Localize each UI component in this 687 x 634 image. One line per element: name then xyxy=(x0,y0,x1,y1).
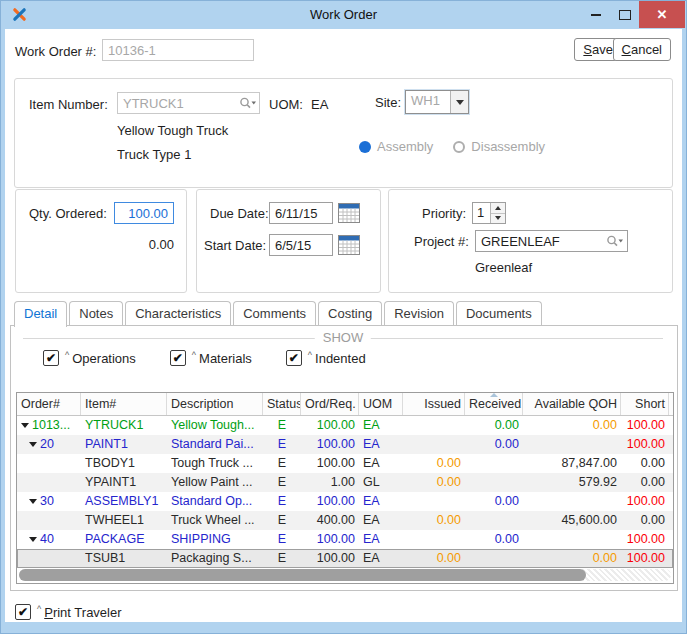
show-checkboxes: ✔^Operations✔^Materials✔^Indented xyxy=(43,350,366,366)
project-search-icon[interactable] xyxy=(605,234,627,248)
cell-value: 0.00 xyxy=(495,418,519,432)
cell-value: 400.00 xyxy=(317,513,355,527)
table-row[interactable]: 30ASSEMBLY1Standard Op...E100.00EA0.0010… xyxy=(17,492,673,511)
cell-value: EA xyxy=(363,513,380,527)
tab-bar: DetailNotesCharacteristicsCommentsCostin… xyxy=(14,301,542,325)
expand-collapse-icon[interactable] xyxy=(21,423,29,428)
tab-revision[interactable]: Revision xyxy=(384,301,454,325)
column-header-uom[interactable]: UOM xyxy=(359,393,403,415)
cell-value: Yellow Tough... xyxy=(171,418,254,432)
maximize-icon xyxy=(619,10,631,20)
cell-value: 40 xyxy=(40,532,54,546)
horizontal-scrollbar[interactable] xyxy=(19,569,671,581)
cell-available-qoh: 45,600.00 xyxy=(523,511,621,530)
column-header-received[interactable]: Received xyxy=(465,393,523,415)
table-row[interactable]: 40PACKAGESHIPPINGE100.00EA0.00100.00 xyxy=(17,530,673,549)
qty-ordered-input[interactable] xyxy=(114,202,174,224)
calendar-icon xyxy=(338,235,360,255)
table-row[interactable]: TSUB1Packaging S...E100.00EA0.000.00100.… xyxy=(17,549,673,568)
cell-ord-req: 100.00 xyxy=(301,530,359,549)
minimize-button[interactable] xyxy=(581,1,610,28)
cell-item: ASSEMBLY1 xyxy=(81,492,167,511)
print-traveler-checkbox[interactable]: ✔ xyxy=(15,604,31,620)
priority-spinner[interactable]: 1 xyxy=(472,202,506,224)
cell-issued: 0.00 xyxy=(403,511,465,530)
cell-item: TWHEEL1 xyxy=(81,511,167,530)
table-row[interactable]: 1013...YTRUCK1Yellow Tough...E100.00EA0.… xyxy=(17,416,673,435)
table-body: 1013...YTRUCK1Yellow Tough...E100.00EA0.… xyxy=(17,416,673,568)
close-button[interactable]: ✕ xyxy=(639,1,685,28)
column-header-item[interactable]: Item# xyxy=(81,393,167,415)
spin-down-button[interactable] xyxy=(491,213,505,224)
cell-value: 0.00 xyxy=(593,551,617,565)
tab-notes[interactable]: Notes xyxy=(69,301,123,325)
table-row[interactable]: YPAINT1Yellow Paint ...E1.00GL0.00579.92… xyxy=(17,473,673,492)
show-operations-checkbox[interactable]: ✔ xyxy=(43,350,59,366)
assembly-radio[interactable] xyxy=(359,141,371,153)
item-search-icon[interactable] xyxy=(238,96,259,110)
column-header-description[interactable]: Description xyxy=(167,393,263,415)
work-order-window: Work Order ✕ Work Order #: Save Cancel I… xyxy=(0,0,687,634)
cell-short: 100.00 xyxy=(621,492,669,511)
cancel-button[interactable]: Cancel xyxy=(613,38,671,61)
cell-value: 100.00 xyxy=(627,532,665,546)
project-number-input[interactable]: GREENLEAF xyxy=(475,230,628,252)
maximize-button[interactable] xyxy=(610,1,639,28)
cell-status: E xyxy=(263,549,301,568)
work-order-number-input[interactable] xyxy=(102,39,254,61)
cell-value: EA xyxy=(363,532,380,546)
cell-value: TBODY1 xyxy=(85,456,135,470)
tab-documents[interactable]: Documents xyxy=(456,301,542,325)
start-date-input[interactable] xyxy=(269,234,333,256)
column-header-label: Ord/Req. xyxy=(305,397,356,411)
disassembly-radio[interactable] xyxy=(453,141,465,153)
cell-value: 100.00 xyxy=(627,437,665,451)
column-header-order[interactable]: Order# xyxy=(17,393,81,415)
column-header-short[interactable]: Short xyxy=(621,393,669,415)
tab-costing[interactable]: Costing xyxy=(318,301,382,325)
chevron-down-icon[interactable] xyxy=(450,91,468,113)
column-header-label: Description xyxy=(171,397,234,411)
show-materials-checkbox[interactable]: ✔ xyxy=(170,350,186,366)
expand-collapse-icon[interactable] xyxy=(29,537,37,542)
tab-detail[interactable]: Detail xyxy=(14,301,67,327)
cell-status: E xyxy=(263,530,301,549)
cell-value: EA xyxy=(363,418,380,432)
due-date-calendar-button[interactable] xyxy=(338,203,360,223)
item-description-line2: Truck Type 1 xyxy=(117,147,191,162)
show-indented-checkbox[interactable]: ✔ xyxy=(286,350,302,366)
tab-comments[interactable]: Comments xyxy=(233,301,316,325)
hotkey-caret-icon: ^ xyxy=(308,350,312,360)
column-header-available-qoh[interactable]: Available QOH xyxy=(523,393,621,415)
cell-uom: GL xyxy=(359,473,403,492)
scrollbar-thumb[interactable] xyxy=(19,569,586,581)
cell-status: E xyxy=(263,435,301,454)
tab-characteristics[interactable]: Characteristics xyxy=(125,301,231,325)
due-date-input[interactable] xyxy=(269,202,333,224)
site-combobox[interactable]: WH1 xyxy=(405,90,469,114)
expand-collapse-icon[interactable] xyxy=(29,442,37,447)
table-row[interactable]: TWHEEL1Truck Wheel ...E400.00EA0.0045,60… xyxy=(17,511,673,530)
cell-value: E xyxy=(278,418,286,432)
column-header-status[interactable]: Status xyxy=(263,393,301,415)
cell-order: 40 xyxy=(17,530,81,549)
column-header-ord-req[interactable]: Ord/Req. xyxy=(301,393,359,415)
titlebar[interactable]: Work Order ✕ xyxy=(1,1,686,29)
expand-collapse-icon[interactable] xyxy=(29,499,37,504)
spin-up-button[interactable] xyxy=(491,203,505,213)
cell-value: 0.00 xyxy=(437,456,461,470)
wo-items-table[interactable]: Order#Item#DescriptionStatusOrd/Req.UOMI… xyxy=(16,392,674,584)
cell-value: 1013... xyxy=(32,418,70,432)
item-number-input[interactable]: YTRUCK1 xyxy=(117,92,260,114)
table-row[interactable]: 20PAINT1Standard Pai...E100.00EA0.00100.… xyxy=(17,435,673,454)
start-date-calendar-button[interactable] xyxy=(338,235,360,255)
cell-available-qoh: 0.00 xyxy=(523,416,621,435)
table-row[interactable]: TBODY1Tough Truck ...E100.00EA0.0087,847… xyxy=(17,454,673,473)
cell-item: TBODY1 xyxy=(81,454,167,473)
cell-value: 87,847.00 xyxy=(561,456,617,470)
column-header-label: Issued xyxy=(424,397,461,411)
cell-value: 0.00 xyxy=(641,513,665,527)
column-header-issued[interactable]: Issued xyxy=(403,393,465,415)
cell-value: 100.00 xyxy=(317,551,355,565)
site-label: Site: xyxy=(375,95,401,110)
